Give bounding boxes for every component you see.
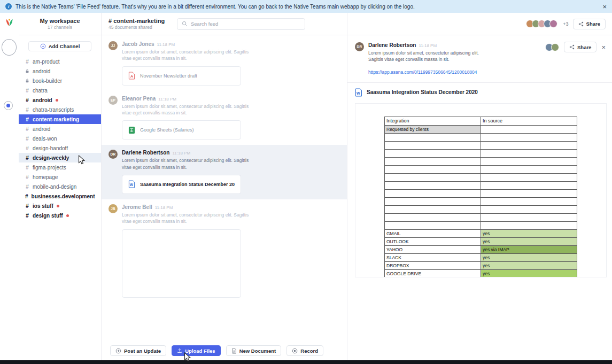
sidebar-item-deals-won[interactable]: # deals-won [19,134,101,143]
search-icon [182,21,188,27]
app-logo[interactable] [4,18,14,28]
channel-label: design-weekly [33,155,69,161]
hash-icon: # [25,203,29,209]
detail-share-button[interactable]: Share [564,42,596,52]
attachment-card[interactable]: W November Newsletter draft [122,66,241,86]
sidebar-item-design-handoff[interactable]: # design-handoff [19,143,101,153]
message-author: Darlene Robertson [368,42,416,48]
sidebar-item-ios-stuff[interactable]: # ios stuff [19,201,101,211]
message-text: Lorem ipsum dolor sit amet, consectetur … [368,50,492,63]
add-channel-button[interactable]: Add Channel [28,41,91,51]
doc-table-cell [481,125,577,133]
upload-icon [177,348,182,353]
detail-actions: Share × [545,42,606,52]
record-button[interactable]: Record [286,345,323,356]
document-title-row: W Saasuma Integration Status December 20… [347,83,612,102]
header-avatar-stack[interactable] [526,20,557,28]
word-file-icon: W [128,180,135,188]
workspace-header: My workspace 17 channels [19,13,101,35]
asana-link[interactable]: https://app.asana.com/0/1199973506645/12… [368,69,492,75]
sidebar-item-design-weekly[interactable]: # design-weekly [19,153,101,162]
feed-message[interactable]: JJ Jacob Jones 11:18 PM Lorem ipsum dolo… [102,36,347,91]
message-body: Jacob Jones 11:18 PM Lorem ipsum dolor s… [122,41,249,86]
detail-avatar-stack[interactable] [545,43,559,51]
sidebar-item-content-marketing[interactable]: # content-marketing [19,114,101,124]
doc-table-cell: yes [481,261,577,269]
sidebar-item-android[interactable]: # android [19,66,101,76]
sidebar-item-mobile-and-design[interactable]: # mobile-and-design [19,182,101,191]
sidebar-item-figma-projects[interactable]: # figma-projects [19,162,101,172]
avatar: JB [109,204,118,213]
message-author: Jacob Jones [122,41,154,47]
attachment-title: Saasuma Integration Status December 2020 [140,182,235,187]
sidebar-item-businesses-development[interactable]: # businesses.development [19,191,101,201]
workspace-name: My workspace [40,18,80,24]
sidebar-item-book-builder[interactable]: # book-builder [19,76,101,86]
sidebar-item-chatra-transcripts[interactable]: # chatra-transcripts [19,105,101,114]
doc-table-cell [481,157,577,165]
attachment-card[interactable]: W [122,229,241,298]
channel-label: chatra-transcripts [33,107,74,113]
channel-list: # am-product # android # book-builder # … [19,57,101,220]
sidebar-item-design-stuff[interactable]: # design stuff [19,211,101,220]
detail-message: DR Darlene Robertson 11:18 PM Lorem ipsu… [347,35,612,83]
sidebar-item-chatra[interactable]: # chatra [19,86,101,95]
rail-indicator[interactable] [4,101,13,110]
detail-avatar: DR [355,42,364,51]
doc-table-row: Requested by clients [385,125,577,133]
doc-table-cell: yes [481,237,577,245]
workspace-avatar-placeholder[interactable] [2,39,17,56]
bottom-bar [0,360,612,364]
doc-table-header: In source [481,117,577,125]
feed-toolbar: Post an Update Upload Files New Document… [102,341,347,360]
sidebar-item-android[interactable]: # android [19,124,101,134]
doc-table-cell [385,157,481,165]
close-panel-icon[interactable]: × [601,44,606,51]
feed-message[interactable]: DR Darlene Robertson 11:18 PM Lorem ipsu… [102,145,347,199]
doc-table-cell [481,149,577,157]
doc-table-cell: yes [481,269,577,277]
search-box[interactable] [177,18,305,30]
document-preview[interactable]: IntegrationIn sourceRequested by clients… [355,103,607,277]
channel-label: design-handoff [33,145,68,151]
lock-icon [25,68,29,74]
doc-table-cell [481,165,577,173]
sheets-file-icon [128,126,135,134]
sidebar-item-android[interactable]: # android [19,95,101,105]
doc-table-row: GMAILyes [385,229,577,237]
channel-label: android [33,97,52,103]
doc-table-cell [481,133,577,141]
sidebar-item-homepage[interactable]: # homepage [19,172,101,182]
feed-message[interactable]: EP Eleanor Pena 11:18 PM Lorem ipsum dol… [102,91,347,145]
attachment-card[interactable]: W Google Sheets (Salaries) [122,120,241,140]
banner-close-icon[interactable]: × [602,3,607,10]
avatar [549,20,557,28]
channel-label: android [33,68,50,74]
message-body: Darlene Robertson 11:18 PM Lorem ipsum d… [122,150,249,194]
message-time: 11:18 PM [157,42,175,47]
share-button[interactable]: Share [573,19,606,29]
new-document-button[interactable]: New Document [226,345,282,356]
message-time: 11:18 PM [172,151,190,156]
hash-icon: # [25,165,29,171]
hash-icon: # [25,145,29,151]
sidebar-item-am-product[interactable]: # am-product [19,57,101,66]
message-text: Lorem ipsum dolor sit amet, consectetur … [122,103,249,117]
app-body: My workspace 17 channels Add Channel # a… [0,13,612,360]
attachment-card[interactable]: W Saasuma Integration Status December 20… [122,175,241,194]
message-text: Lorem ipsum dolor sit amet, consectetur … [122,157,249,171]
info-banner: i This is the Native Teams' 'File Feed' … [0,0,612,13]
avatar: EP [109,96,118,105]
hash-icon: # [25,136,29,142]
channel-subtitle: 45 documents shared [109,25,165,30]
lock-icon [25,78,29,83]
channel-label: mobile-and-design [33,184,76,190]
search-input[interactable] [191,21,300,27]
feed-message[interactable]: JB Jerome Bell 11:18 PM Lorem ipsum dolo… [102,199,347,303]
avatar-more-count[interactable]: +3 [563,21,568,27]
avatar: DR [109,150,118,159]
upload-files-button[interactable]: Upload Files [172,345,220,356]
rail-indicator-dot [6,104,10,107]
post-update-button[interactable]: Post an Update [110,345,166,356]
channel-label: am-product [33,59,60,65]
